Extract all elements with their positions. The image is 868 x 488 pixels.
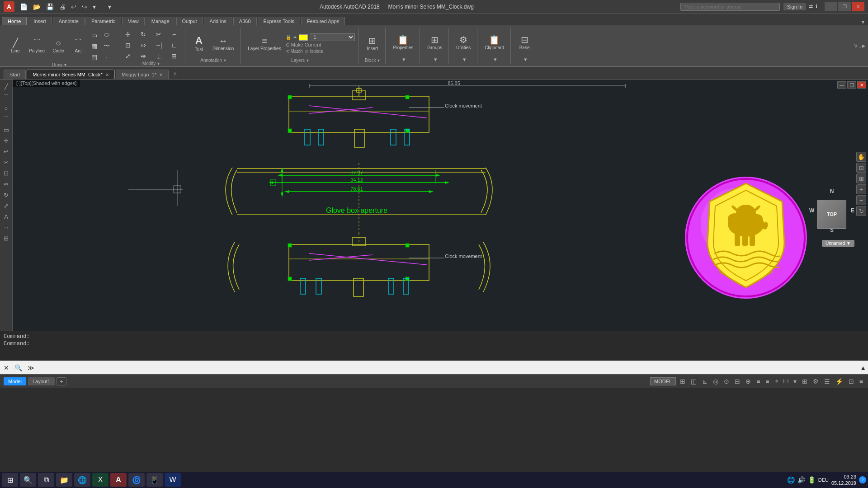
file-explorer-btn[interactable]: 📁 [56, 473, 72, 487]
tab-insert[interactable]: Insert [28, 17, 52, 25]
make-current-btn[interactable]: ⊙ Make Current [286, 42, 321, 48]
command-search-btn[interactable]: 🔍 [13, 363, 24, 372]
orbit-btn[interactable]: ↻ [856, 206, 866, 216]
modify-dropdown-icon[interactable]: ▾ [157, 61, 160, 66]
battery-icon[interactable]: 🔋 [808, 476, 816, 483]
tab-express[interactable]: Express Tools [258, 17, 300, 25]
clipboard-dropdown[interactable]: ▾ [494, 56, 497, 63]
stretch-tool[interactable]: ⇹ [136, 51, 151, 61]
rotate-tool[interactable]: ↻ [136, 29, 151, 39]
workspace-btn[interactable]: ⚙ [811, 377, 820, 386]
exchange-icon[interactable]: ⇄ [809, 4, 813, 9]
canvas-restore-btn[interactable]: ❐ [847, 81, 856, 89]
tab-featured[interactable]: Featured Apps [301, 17, 345, 25]
hardware-accel-btn[interactable]: ⚡ [834, 377, 844, 386]
zoom-level-btn[interactable]: ▾ [792, 377, 798, 386]
draw-dropdown-icon[interactable]: ▾ [64, 62, 66, 67]
left-tool-12[interactable]: ⤢ [1, 201, 11, 211]
canvas-minimize-btn[interactable]: — [837, 81, 846, 89]
navigation-cube[interactable]: N S E W TOP Unnamed ▼ [809, 188, 854, 247]
ribbon-expand-btn[interactable]: ▸ [862, 42, 865, 49]
pan-tool-btn[interactable]: ✋ [856, 152, 866, 162]
zoom-window-btn[interactable]: ⊡ [856, 163, 866, 173]
trim-tool[interactable]: ✂ [151, 29, 166, 39]
point-tool[interactable]: · [101, 52, 112, 62]
text-tool[interactable]: A Text [190, 34, 208, 53]
ducs-btn[interactable]: ⊕ [744, 377, 752, 386]
left-tool-14[interactable]: ↔ [1, 222, 11, 232]
left-tool-3[interactable]: ○ [1, 103, 11, 113]
excel-btn[interactable]: X [92, 473, 108, 487]
model-space-btn[interactable]: MODEL [650, 377, 676, 385]
edge-btn[interactable]: 🌐 [74, 473, 90, 487]
join-tool[interactable]: ⊞ [167, 51, 181, 61]
properties-btn[interactable]: 📋 Properties [390, 33, 416, 52]
utilities-dropdown[interactable]: ▾ [463, 56, 466, 63]
scale-tool[interactable]: ⤢ [121, 51, 135, 61]
search-input[interactable] [680, 3, 780, 11]
left-tool-2[interactable]: ⌒ [1, 92, 11, 102]
left-tool-1[interactable]: ╱ [1, 81, 11, 91]
copy-tool[interactable]: ⊡ [121, 40, 135, 50]
left-tool-5[interactable]: ▭ [1, 125, 11, 135]
new-tab-btn[interactable]: + [170, 68, 180, 79]
tab-manage[interactable]: Manage [146, 17, 175, 25]
block-dropdown-icon[interactable]: ▾ [377, 58, 380, 63]
annotation-scale-btn[interactable]: ⊞ [801, 377, 809, 386]
save-button[interactable]: 💾 [44, 2, 56, 11]
left-tool-8[interactable]: ✂ [1, 157, 11, 167]
chamfer-tool[interactable]: ∟ [167, 40, 181, 50]
mirror-tool[interactable]: ⇔ [136, 40, 151, 50]
extend-tool[interactable]: →| [151, 40, 166, 50]
volume-icon[interactable]: 🔊 [797, 476, 805, 483]
zoom-in-btn[interactable]: + [856, 184, 866, 194]
break-tool[interactable]: ⌶ [151, 51, 166, 61]
clipboard-btn[interactable]: 📋 Clipboard [482, 33, 507, 52]
notification-badge[interactable]: 2 [859, 476, 866, 483]
tp-btn[interactable]: ⌖ [774, 376, 780, 386]
word-btn[interactable]: W [165, 473, 181, 487]
gradient-tool[interactable]: ▤ [89, 52, 99, 62]
autocad-taskbar-btn[interactable]: A [110, 473, 127, 487]
base-btn[interactable]: ⊟ Base [515, 33, 533, 52]
search-btn[interactable]: 🔍 [20, 473, 36, 487]
left-tool-10[interactable]: ⇔ [1, 179, 11, 189]
unnamed-button[interactable]: Unnamed ▼ [822, 240, 854, 247]
new-layout-btn[interactable]: + [57, 377, 66, 385]
ellipse-tool[interactable]: ⬭ [101, 29, 112, 40]
doc-tab-start[interactable]: Start [4, 70, 26, 79]
tab-home[interactable]: Home [2, 17, 27, 25]
properties-dropdown[interactable]: ▾ [402, 56, 406, 63]
new-button[interactable]: 📄 [18, 2, 29, 11]
layer-properties-btn[interactable]: ≡ Layer Properties [245, 34, 283, 53]
base-dropdown[interactable]: ▾ [524, 56, 527, 63]
ribbon-panel-btn-1[interactable]: V... [854, 43, 862, 48]
network-icon[interactable]: 🌐 [787, 476, 795, 483]
ortho-btn[interactable]: ⊾ [701, 377, 709, 386]
restore-button[interactable]: ❐ [838, 2, 851, 11]
left-tool-7[interactable]: ↩ [1, 146, 11, 156]
move-tool[interactable]: ✛ [121, 29, 135, 39]
doc-tab-morris[interactable]: Morris minor Series MM_Clock* ✕ [27, 70, 115, 79]
command-input-field[interactable] [38, 365, 866, 371]
isolate-btn[interactable]: ☰ [823, 377, 831, 386]
left-tool-4[interactable]: ⌒ [1, 114, 11, 124]
command-menu-btn[interactable]: ≫ [26, 363, 36, 372]
canvas-area[interactable]: [-][Top][Shaded with edges] 86.85 [13, 80, 868, 331]
qat-dropdown[interactable]: ▾ [91, 2, 98, 11]
redo-button[interactable]: ↪ [80, 2, 89, 11]
minimize-button[interactable]: — [825, 2, 837, 11]
rectangle-tool[interactable]: ▭ [89, 30, 99, 40]
layers-dropdown-icon[interactable]: ▾ [307, 58, 309, 63]
left-tool-13[interactable]: A [1, 211, 11, 221]
snap-btn[interactable]: ◫ [689, 377, 698, 386]
grid-btn[interactable]: ⊞ [679, 377, 687, 386]
fillet-tool[interactable]: ⌐ [167, 29, 181, 39]
zoom-extents-btn[interactable]: ⊞ [856, 174, 866, 183]
doc-tab-morris-close[interactable]: ✕ [105, 72, 109, 77]
tab-a360[interactable]: A360 [233, 17, 257, 25]
tab-annotate[interactable]: Annotate [53, 17, 85, 25]
nav-cube-box[interactable]: TOP [817, 200, 846, 229]
line-tool[interactable]: ╱ Line [6, 37, 24, 55]
workspace-dropdown[interactable]: ▾ [106, 2, 113, 11]
